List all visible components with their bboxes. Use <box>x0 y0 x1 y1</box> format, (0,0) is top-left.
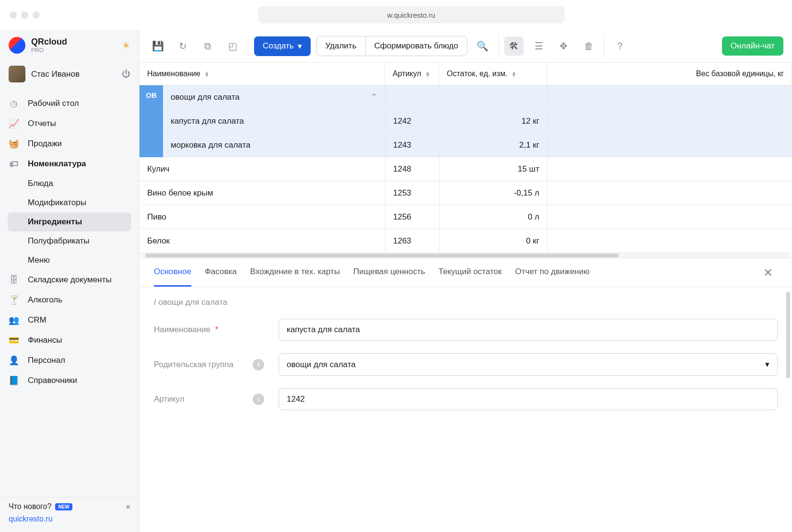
separator <box>604 35 605 57</box>
table-body: ОВ овощи для салата ⌃ капуста для салата <box>140 85 792 258</box>
table-row[interactable]: капуста для салата 1242 12 кг <box>163 109 792 133</box>
browser-chrome: w.quickresto.ru <box>0 0 792 30</box>
nav-crm[interactable]: 👥 CRM <box>0 310 139 330</box>
group-name: овощи для салата <box>171 93 240 102</box>
group-row[interactable]: овощи для салата ⌃ <box>163 85 792 109</box>
trash-button[interactable]: 🗑 <box>579 36 598 56</box>
nav-warehouse[interactable]: 🗄 Складские документы <box>0 270 139 290</box>
cell-article: 1242 <box>385 109 439 133</box>
copy-button[interactable]: ⧉ <box>198 36 217 56</box>
move-button[interactable]: ✥ <box>554 36 573 56</box>
nav-modifiers[interactable]: Модификаторы <box>0 193 139 212</box>
nav-personnel[interactable]: 👤 Персонал <box>0 350 139 370</box>
list-button[interactable]: ☰ <box>529 36 548 56</box>
detail-body: / овощи для салата Наименование * Родите… <box>140 287 792 433</box>
theme-toggle-icon[interactable]: ☀ <box>122 40 130 51</box>
save-button[interactable]: 💾 <box>148 36 167 56</box>
close-window[interactable] <box>10 12 17 19</box>
nav-dashboard[interactable]: ◷ Рабочий стол <box>0 93 139 114</box>
tab-movement[interactable]: Отчет по движению <box>515 258 590 287</box>
close-icon[interactable]: ✕ <box>758 261 778 284</box>
table-row[interactable]: морковка для салата 1243 2,1 кг <box>163 133 792 157</box>
nav-nomenclature[interactable]: 🏷 Номенклатура <box>0 154 139 174</box>
tag-icon: 🏷 <box>9 159 19 169</box>
table-row[interactable]: Вино белое крым 1253 -0,15 л <box>140 181 792 205</box>
chevron-up-icon[interactable]: ⌃ <box>371 92 377 102</box>
nav-finance[interactable]: 💳 Финансы <box>0 330 139 350</box>
cell-name: Пиво <box>147 212 166 222</box>
nav-semifinished[interactable]: Полуфабрикаты <box>0 231 139 251</box>
tab-nutrition[interactable]: Пищевая ценность <box>353 258 425 287</box>
nav: ◷ Рабочий стол 📈 Отчеты 🧺 Продажи 🏷 Номе… <box>0 90 139 497</box>
table-row[interactable]: Пиво 1256 0 л <box>140 205 792 229</box>
team-icon: 👤 <box>9 355 19 366</box>
footer-link[interactable]: quickresto.ru <box>9 515 53 523</box>
column-name[interactable]: Наименование ▲▼ <box>140 63 385 85</box>
sidebar-header: QRcloud PRO ☀ <box>0 30 139 58</box>
power-icon[interactable]: ⏻ <box>122 69 130 79</box>
form-dish-button[interactable]: Сформировать блюдо <box>365 36 467 56</box>
brand-tier: PRO <box>31 47 67 54</box>
table-row[interactable]: Белок 1263 0 кг <box>140 229 792 253</box>
create-button[interactable]: Создать ▾ <box>254 36 311 56</box>
nav-label: Рабочий стол <box>28 99 79 108</box>
nav-label: Номенклатура <box>28 159 86 169</box>
name-field[interactable] <box>279 319 778 341</box>
nav-reports[interactable]: 📈 Отчеты <box>0 114 139 134</box>
parent-select[interactable]: овощи для салата ▾ <box>279 353 778 376</box>
breadcrumb: / овощи для салата <box>154 298 778 307</box>
archive-icon: 🗄 <box>9 275 19 285</box>
scrollbar-thumb[interactable] <box>145 254 619 257</box>
horizontal-scrollbar[interactable] <box>141 253 790 258</box>
nav-ingredients[interactable]: Ингредиенты <box>8 212 131 231</box>
toolbar: 💾 ↻ ⧉ ◰ Создать ▾ Удалить Сформировать б… <box>140 30 792 63</box>
nav-references[interactable]: 📘 Справочники <box>0 370 139 391</box>
help-button[interactable]: ? <box>610 36 629 56</box>
cell-stock: 0 л <box>439 205 547 229</box>
tab-tech-cards[interactable]: Вхождение в тех. карты <box>250 258 340 287</box>
tab-packaging[interactable]: Фасовка <box>205 258 237 287</box>
form-row-parent: Родительская группа i овощи для салата ▾ <box>154 353 778 376</box>
chart-icon: 📈 <box>9 118 19 129</box>
info-icon[interactable]: i <box>253 393 264 405</box>
nav-label: Справочники <box>28 376 77 385</box>
cell-name: Кулич <box>147 164 169 174</box>
tab-current-stock[interactable]: Текущий остаток <box>439 258 502 287</box>
group-tag: ОВ <box>140 85 163 157</box>
nav-menu[interactable]: Меню <box>0 251 139 270</box>
cell-name: Белок <box>147 236 170 246</box>
collapse-icon[interactable]: « <box>126 502 130 511</box>
nav-dishes[interactable]: Блюда <box>0 174 139 193</box>
vertical-scrollbar[interactable] <box>786 292 790 378</box>
article-field[interactable] <box>279 388 778 410</box>
window-controls <box>10 12 40 19</box>
chat-button[interactable]: Онлайн-чат <box>722 36 783 56</box>
refresh-button[interactable]: ↻ <box>173 36 192 56</box>
basket-icon: 🧺 <box>9 139 19 149</box>
nav-sales[interactable]: 🧺 Продажи <box>0 134 139 154</box>
column-article[interactable]: Артикул ▲▼ <box>385 63 439 85</box>
tab-main[interactable]: Основное <box>154 258 191 287</box>
column-stock[interactable]: Остаток, ед. изм. ▲▼ <box>439 63 547 85</box>
avatar[interactable] <box>9 66 25 82</box>
cell-stock: 2,1 кг <box>439 133 547 157</box>
cell-stock: 15 шт <box>439 157 547 181</box>
nav-label: Персонал <box>28 356 65 365</box>
column-label: Артикул <box>393 69 421 78</box>
minimize-window[interactable] <box>21 12 28 19</box>
whats-new[interactable]: Что нового? NEW « <box>9 502 130 511</box>
search-button[interactable]: 🔍 <box>473 36 492 56</box>
info-icon[interactable]: i <box>253 359 264 370</box>
new-badge: NEW <box>55 503 72 510</box>
whats-new-label: Что нового? <box>9 502 51 511</box>
url-bar[interactable]: w.quickresto.ru <box>258 6 565 23</box>
table-row[interactable]: Кулич 1248 15 шт <box>140 157 792 181</box>
separator <box>248 35 248 57</box>
tools-button[interactable]: 🛠 <box>504 36 524 56</box>
delete-button[interactable]: Удалить <box>316 36 365 56</box>
maximize-window[interactable] <box>33 12 40 19</box>
column-weight[interactable]: Вес базовой единицы, кг <box>547 63 792 85</box>
table-header: Наименование ▲▼ Артикул ▲▼ Остаток, ед. … <box>140 63 792 85</box>
paste-button[interactable]: ◰ <box>223 36 242 56</box>
nav-alcohol[interactable]: 🍸 Алкоголь <box>0 290 139 310</box>
